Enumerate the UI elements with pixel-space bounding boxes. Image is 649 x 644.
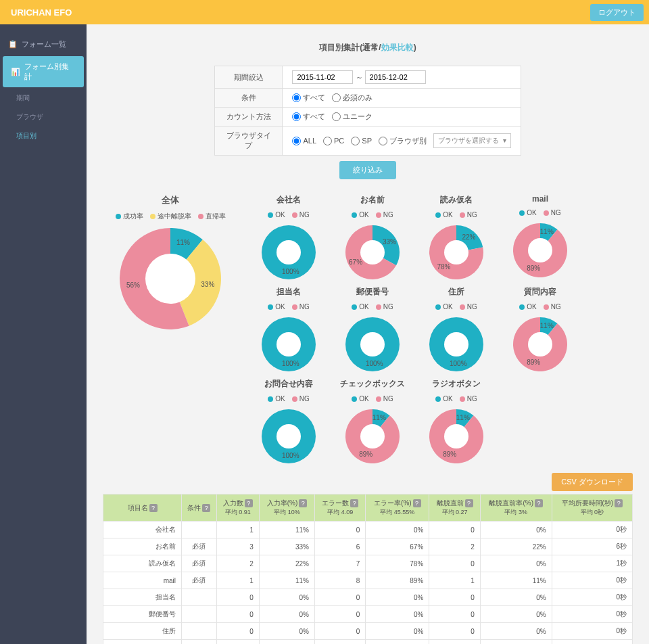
table-row: お名前必須333%667%222%6秒 [103, 538, 633, 555]
legend-dot [116, 214, 121, 219]
item-donut: 11%89% [513, 223, 567, 277]
svg-point-11 [444, 332, 468, 356]
sidebar-sub-period[interactable]: 期間 [0, 89, 87, 108]
filter-label-period: 期間絞込 [215, 66, 283, 89]
table-row: 住所00%00%00%0秒 [103, 623, 633, 640]
item-donut: 33%67% [345, 225, 400, 279]
help-icon[interactable]: ? [149, 504, 158, 512]
chart-title: お問合せ内容 [251, 378, 326, 390]
item-chart: mailOKNG11%89% [503, 194, 577, 279]
help-icon[interactable]: ? [615, 499, 623, 507]
legend-dot [198, 214, 203, 219]
radio-count-all[interactable]: すべて [292, 112, 325, 122]
help-icon[interactable]: ? [202, 504, 210, 512]
filter-label-browser: ブラウザタイプ [215, 127, 283, 156]
item-donut: 100% [345, 317, 400, 371]
item-donut: 22%78% [429, 225, 483, 279]
table-row: 読み仮名必須222%778%00%1秒 [103, 555, 633, 572]
chart-title: 住所 [419, 286, 494, 298]
brand: URICHAN EFO [5, 7, 72, 18]
radio-browser-all[interactable]: ALL [292, 137, 316, 145]
sidebar-item-label: フォーム一覧 [22, 39, 66, 49]
item-chart: 住所OKNG100% [419, 286, 494, 371]
chart-title: 全体 [103, 194, 238, 206]
item-chart: ラジオボタンOKNG11%89% [419, 378, 494, 463]
item-charts-grid: 会社名OKNG100%お名前OKNG33%67%読み仮名OKNG22%78%ma… [251, 194, 633, 463]
item-donut: 11%89% [345, 409, 400, 463]
sidebar-sub-browser[interactable]: ブラウザ [0, 108, 87, 127]
item-donut: 100% [262, 225, 316, 279]
item-legend: OKNG [251, 395, 326, 402]
item-chart: チェックボックスOKNG11%89% [335, 378, 410, 463]
sidebar-sub-item[interactable]: 項目別 [0, 127, 87, 145]
chart-title: 質問内容 [503, 286, 577, 298]
help-icon[interactable]: ? [413, 499, 421, 507]
item-legend: OKNG [251, 211, 326, 218]
item-legend: OKNG [251, 303, 326, 310]
th-time: 平均所要時間(秒)?平均 0秒 [552, 495, 632, 522]
overall-donut: 11%33%56% [120, 228, 221, 329]
svg-point-4 [444, 240, 468, 264]
help-icon[interactable]: ? [245, 499, 253, 507]
filter-label-cond: 条件 [215, 89, 283, 108]
radio-cond-req[interactable]: 必須のみ [332, 93, 372, 103]
svg-point-0 [145, 254, 195, 304]
chart-icon: 📊 [11, 68, 20, 76]
browser-select[interactable]: ブラウザを選択する ▾ [433, 133, 511, 148]
svg-point-15 [360, 424, 385, 448]
item-donut: 11%89% [429, 409, 483, 463]
main-content: 項目別集計(通常/効果比較) 期間絞込 ～ 条件 すべて 必須のみ [87, 24, 649, 644]
radio-browser-pc[interactable]: PC [323, 137, 344, 145]
help-icon[interactable]: ? [350, 499, 358, 507]
help-icon[interactable]: ? [299, 499, 307, 507]
date-from-input[interactable] [292, 70, 353, 84]
help-icon[interactable]: ? [465, 499, 473, 507]
title-text: 項目別集計(通常/ [319, 43, 381, 52]
help-icon[interactable]: ? [535, 499, 543, 507]
item-donut: 100% [262, 409, 316, 463]
dashboard-icon: 📋 [8, 40, 18, 49]
svg-point-16 [444, 424, 468, 448]
item-legend: OKNG [335, 211, 410, 218]
date-to-input[interactable] [365, 70, 426, 84]
topbar: URICHAN EFO ログアウト [0, 0, 649, 24]
sidebar-item-label: フォーム別集計 [24, 62, 76, 82]
item-chart: お名前OKNG33%67% [335, 194, 410, 279]
sidebar-item-forms[interactable]: 📋 フォーム一覧 [0, 34, 87, 55]
sidebar-item-stats[interactable]: 📊 フォーム別集計 [3, 56, 84, 87]
th-name: 項目名? [103, 495, 182, 522]
csv-download-button[interactable]: CSV ダウンロード [552, 473, 633, 491]
chart-title: お名前 [335, 194, 410, 206]
radio-browser-sep[interactable]: ブラウザ別 [379, 136, 427, 146]
svg-point-3 [360, 240, 385, 264]
title-link[interactable]: 効果比較 [381, 43, 414, 52]
chart-title: 読み仮名 [419, 194, 494, 206]
svg-point-14 [277, 424, 301, 448]
title-text: ) [414, 43, 416, 52]
svg-point-12 [528, 332, 552, 356]
svg-point-9 [360, 332, 385, 356]
page-title: 項目別集計(通常/効果比較) [103, 42, 633, 53]
radio-browser-sp[interactable]: SP [351, 137, 372, 145]
th-err-n: エラー数?平均 4.09 [314, 495, 365, 522]
item-donut: 100% [429, 317, 483, 371]
item-chart: 質問内容OKNG11%89% [503, 286, 577, 371]
item-chart: 会社名OKNG100% [251, 194, 326, 279]
th-cond: 条件? [182, 495, 216, 522]
item-chart: 読み仮名OKNG22%78% [419, 194, 494, 279]
charts-area: 全体 成功率 途中離脱率 直帰率 11%33%56% 会社名OKNG100%お名… [103, 194, 633, 463]
item-legend: OKNG [419, 211, 494, 218]
radio-cond-all[interactable]: すべて [292, 93, 325, 103]
th-input-n: 入力数?平均 0.91 [216, 495, 259, 522]
sidebar: 📋 フォーム一覧 📊 フォーム別集計 期間 ブラウザ 項目別 [0, 24, 87, 644]
chart-title: チェックボックス [335, 378, 410, 390]
item-donut: 11%89% [513, 317, 567, 371]
filter-panel: 期間絞込 ～ 条件 すべて 必須のみ カウント方法 [214, 66, 521, 156]
logout-button[interactable]: ログアウト [590, 4, 644, 21]
chart-title: 郵便番号 [335, 286, 410, 298]
radio-count-unique[interactable]: ユニーク [332, 112, 372, 122]
filter-submit-button[interactable]: 絞り込み [339, 161, 396, 179]
chart-title: ラジオボタン [419, 378, 494, 390]
item-legend: OKNG [335, 303, 410, 310]
th-input-r: 入力率(%)?平均 10% [259, 495, 314, 522]
